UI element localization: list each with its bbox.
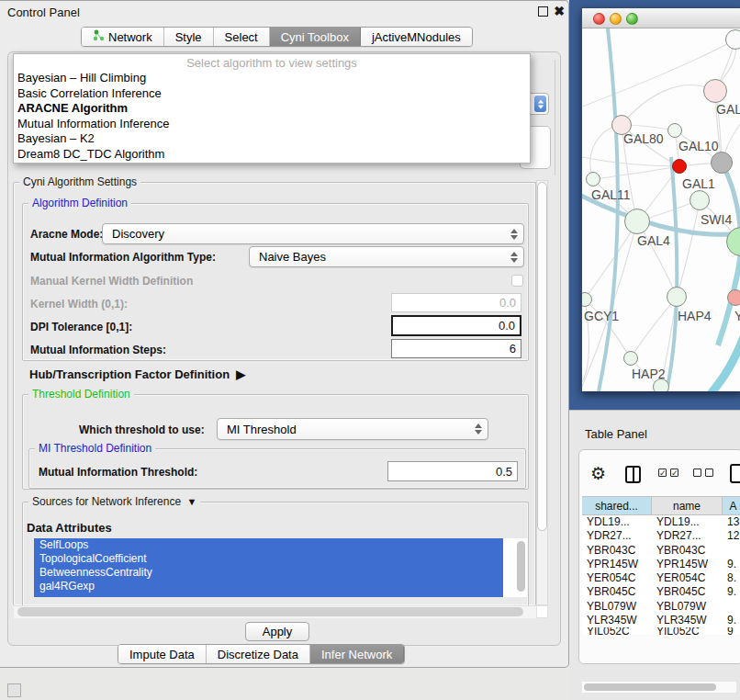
tab-style[interactable]: Style — [164, 28, 214, 46]
mi-steps-field[interactable]: 6 — [391, 339, 521, 358]
gear-icon[interactable]: ⚙ — [590, 465, 606, 482]
table-row-partial[interactable]: YIL052CYIL052C9 — [582, 627, 740, 635]
aracne-mode-combo[interactable]: Discovery — [102, 223, 524, 244]
combo-arrows-icon — [507, 252, 521, 263]
settings-hscrollbar-thumb[interactable] — [17, 607, 523, 616]
network-node[interactable] — [586, 172, 600, 186]
table-row[interactable]: YBL079WYBL079W — [582, 600, 740, 614]
checked-box-icon[interactable]: ✓ — [670, 469, 678, 477]
list-item[interactable]: TopologicalCoefficient — [34, 552, 527, 566]
node-label: SWI4 — [701, 212, 732, 227]
new-table-icon[interactable] — [730, 464, 740, 483]
network-node[interactable] — [711, 152, 733, 174]
float-window-icon[interactable] — [538, 6, 548, 17]
network-node[interactable] — [690, 190, 710, 210]
scrollbar-corner — [536, 605, 548, 618]
list-item[interactable]: SelfLoops — [34, 538, 527, 552]
node-label: GAL10 — [678, 139, 719, 153]
unchecked-box-icon[interactable] — [705, 469, 713, 477]
table-row[interactable]: YER054CYER054C8. — [582, 571, 740, 585]
node-label: GAL80 — [623, 131, 664, 146]
minimize-traffic-light-icon[interactable] — [610, 13, 622, 25]
algorithm-definition-title: Algorithm Definition — [28, 197, 131, 209]
column-header-shared-name[interactable]: shared... — [582, 497, 652, 514]
control-panel-tabs: Network Style Select Cyni Toolbox jActiv… — [81, 27, 473, 47]
control-panel-window: Control Panel ✖ Network Style Select Cyn… — [0, 0, 569, 668]
tab-network-label: Network — [108, 30, 152, 44]
tab-select[interactable]: Select — [214, 28, 270, 46]
node-label: GAL4 — [637, 233, 670, 248]
table-row[interactable]: YPR145WYPR145W9. — [582, 558, 740, 571]
expand-right-icon[interactable]: ▶ — [233, 367, 246, 381]
dropdown-item[interactable]: Basic Correlation Inference — [14, 86, 530, 102]
columns-icon[interactable] — [625, 466, 641, 483]
network-view-window[interactable]: GAL GAL80 GAL10 GAL1 GAL11 SWI4 GAL4 GCY… — [581, 7, 740, 391]
table-hscrollbar-track[interactable] — [582, 682, 736, 693]
panel-grip[interactable] — [7, 683, 21, 697]
collapse-down-icon[interactable]: ▼ — [184, 496, 196, 507]
table-row[interactable]: YDL19...YDL19...13 — [582, 515, 740, 529]
settings-vscrollbar-thumb[interactable] — [537, 182, 547, 531]
tab-network[interactable]: Network — [82, 28, 164, 46]
network-node[interactable] — [623, 351, 638, 366]
control-panel-titlebar: Control Panel ✖ — [0, 1, 568, 25]
network-node[interactable] — [624, 209, 650, 234]
network-node[interactable] — [667, 287, 687, 307]
which-threshold-combo[interactable]: MI Threshold — [217, 418, 488, 440]
mi-threshold-field[interactable]: 0.5 — [387, 461, 518, 481]
sources-group: Sources for Network Inference ▼ Data Att… — [22, 502, 529, 612]
which-threshold-label: Which threshold to use: — [79, 423, 205, 436]
zoom-traffic-light-icon[interactable] — [626, 13, 638, 25]
tab-cyni-toolbox[interactable]: Cyni Toolbox — [270, 28, 361, 46]
dropdown-placeholder: Select algorithm to view settings — [14, 55, 530, 71]
network-node[interactable] — [725, 29, 740, 50]
kernel-width-field[interactable]: 0.0 — [391, 293, 521, 312]
dropdown-item-selected[interactable]: ARACNE Algorithm — [14, 101, 530, 117]
network-node-selected[interactable] — [672, 159, 687, 174]
table-hscrollbar-thumb[interactable] — [584, 683, 716, 691]
data-attributes-list[interactable]: SelfLoops TopologicalCoefficient Between… — [34, 538, 527, 597]
tab-jactivemnodules[interactable]: jActiveMNodules — [361, 28, 472, 46]
list-item[interactable]: gal4RGexp — [34, 580, 527, 593]
sources-title[interactable]: Sources for Network Inference ▼ — [28, 495, 200, 508]
table-row[interactable]: YLR345WYLR345W9. — [582, 614, 740, 627]
dpi-tolerance-field[interactable]: 0.0 — [391, 315, 521, 336]
node-label: GAL — [716, 102, 740, 117]
mi-threshold-label: Mutual Information Threshold: — [39, 466, 197, 479]
algorithm-dropdown-list: Select algorithm to view settings Bayesi… — [13, 53, 531, 164]
node-label: GAL1 — [682, 176, 715, 191]
list-scrollbar-thumb[interactable] — [517, 541, 525, 592]
mi-algorithm-type-label: Mutual Information Algorithm Type: — [30, 251, 216, 264]
column-header-partial[interactable]: A — [723, 497, 740, 514]
apply-button[interactable]: Apply — [245, 622, 309, 641]
network-node[interactable] — [727, 289, 740, 306]
mi-algorithm-type-combo[interactable]: Naive Bayes — [249, 246, 524, 267]
node-label: HAP4 — [678, 309, 712, 323]
table-row[interactable]: YBR043CYBR043C — [582, 544, 740, 558]
dropdown-item[interactable]: Dream8 DC_TDC Algorithm — [14, 147, 530, 163]
table-row[interactable]: YDR27...YDR27...12 — [582, 529, 740, 543]
close-traffic-light-icon[interactable] — [593, 13, 605, 25]
manual-kernel-width-checkbox[interactable] — [511, 275, 523, 287]
unchecked-box-icon[interactable] — [693, 469, 701, 477]
list-item[interactable]: BetweennessCentrality — [34, 566, 527, 580]
network-canvas[interactable]: GAL GAL80 GAL10 GAL1 GAL11 SWI4 GAL4 GCY… — [582, 28, 740, 391]
tab-discretize-data[interactable]: Discretize Data — [207, 645, 310, 663]
manual-kernel-width-label: Manual Kernel Width Definition — [30, 275, 193, 288]
hub-definition-label[interactable]: Hub/Transcription Factor Definition ▶ — [29, 367, 245, 381]
checked-box-icon[interactable]: ✓ — [658, 469, 667, 477]
mi-threshold-group: MI Threshold Definition Mutual Informati… — [28, 448, 526, 489]
close-icon[interactable]: ✖ — [554, 4, 565, 18]
tab-impute-data[interactable]: Impute Data — [118, 645, 207, 663]
column-header-name[interactable]: name — [652, 497, 723, 514]
network-node[interactable] — [667, 123, 682, 138]
tab-infer-network[interactable]: Infer Network — [310, 645, 404, 663]
dropdown-item[interactable]: Bayesian – K2 — [14, 131, 530, 147]
dropdown-item[interactable]: Mutual Information Inference — [14, 117, 530, 132]
mi-steps-label: Mutual Information Steps: — [30, 344, 166, 356]
settings-group-title: Cyni Algorithm Settings — [19, 175, 140, 188]
network-node[interactable] — [703, 79, 727, 103]
network-window-titlebar[interactable] — [582, 8, 740, 28]
dropdown-item[interactable]: Bayesian – Hill Climbing — [14, 71, 530, 86]
table-row[interactable]: YBR045CYBR045C9. — [582, 585, 740, 599]
